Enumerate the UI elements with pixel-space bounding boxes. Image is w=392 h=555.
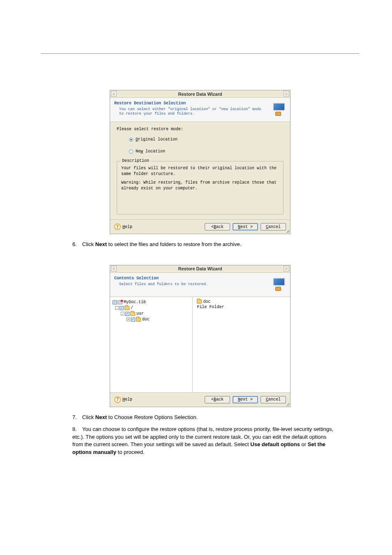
step-7-text: 7.Click Next to Choose Restore Options S…	[72, 414, 335, 421]
folder-icon	[197, 299, 202, 304]
banner-subtext: You can select either "original location…	[114, 107, 266, 117]
tree-label: usr	[136, 311, 144, 316]
detail-pane: doc File Folder	[193, 297, 290, 392]
cancel-button[interactable]: Cancel	[261, 223, 286, 230]
description-legend: Description	[120, 159, 151, 163]
tree-label: /	[131, 306, 133, 310]
wizard-banner: Restore Destination Selection You can se…	[110, 98, 290, 122]
radio-new-label: New location	[136, 149, 165, 154]
help-icon: ?	[114, 223, 121, 230]
detail-folder-name: doc	[203, 299, 210, 304]
radio-new-location[interactable]	[129, 150, 133, 154]
folder-icon	[125, 306, 129, 310]
checkbox-icon[interactable]: ✓	[125, 312, 129, 316]
wizard-restore-destination: v Restore Data Wizard x Restore Destinat…	[110, 90, 291, 234]
description-line1: Your files will be restored to their ori…	[121, 166, 279, 177]
help-icon: ?	[114, 396, 121, 403]
expand-icon[interactable]: +	[127, 318, 130, 321]
next-button[interactable]: Next >	[233, 396, 258, 403]
folder-icon	[136, 318, 141, 322]
collapse-icon[interactable]: -	[115, 306, 119, 310]
back-button[interactable]: < Back	[205, 396, 230, 403]
radio-original-label: Original location	[136, 137, 178, 142]
tree-item-usr[interactable]: - ✓ usr	[113, 311, 190, 317]
radio-original-location[interactable]	[129, 138, 133, 142]
resize-grip-icon[interactable]	[285, 402, 289, 406]
help-link[interactable]: ? Help	[114, 396, 132, 403]
banner-subtext: Select files and folders to be restored.	[114, 282, 266, 287]
resize-grip-icon[interactable]	[285, 229, 289, 233]
wizard-titlebar: v Restore Data Wizard x	[110, 90, 290, 98]
collapse-icon[interactable]: -	[121, 312, 125, 315]
description-fieldset: Description Your files will be restored …	[117, 161, 284, 214]
detail-folder-type: File Folder	[197, 305, 286, 309]
description-line2: Warning: While restoring, files from arc…	[121, 180, 279, 191]
tree-label: doc	[142, 317, 150, 322]
folder-icon	[130, 312, 135, 316]
tree-item-archive[interactable]: ✓ MyDoc.tib	[113, 299, 190, 305]
archive-icon	[118, 300, 122, 304]
cancel-button[interactable]: Cancel	[261, 396, 286, 403]
banner-graphic-icon	[270, 101, 286, 117]
banner-heading: Restore Destination Selection	[114, 101, 266, 106]
banner-graphic-icon	[270, 276, 286, 292]
wizard-title: Restore Data Wizard	[178, 266, 222, 271]
sysmenu-icon[interactable]: v	[111, 266, 117, 272]
tree-item-doc[interactable]: + ✓ doc	[113, 317, 190, 322]
wizard-titlebar: v Restore Data Wizard x	[110, 265, 290, 273]
restore-mode-label: Please select restore mode:	[117, 127, 284, 131]
wizard-banner: Contents Selection Select files and fold…	[110, 273, 290, 297]
help-link[interactable]: ? Help	[114, 223, 132, 230]
wizard-title: Restore Data Wizard	[178, 92, 222, 97]
next-button[interactable]: Next >	[233, 223, 258, 230]
close-icon[interactable]: x	[284, 266, 289, 272]
sysmenu-icon[interactable]: v	[111, 91, 117, 97]
checkbox-icon[interactable]: ✓	[113, 300, 117, 304]
tree-item-root[interactable]: - ✓ /	[113, 305, 190, 311]
step-8-text: 8.You can choose to configure the restor…	[72, 426, 335, 456]
tree-pane[interactable]: ✓ MyDoc.tib - ✓ / - ✓ usr	[110, 297, 193, 392]
tree-label: MyDoc.tib	[124, 300, 146, 304]
checkbox-icon[interactable]: ✓	[131, 318, 135, 322]
wizard-contents-selection: v Restore Data Wizard x Contents Selecti…	[110, 265, 291, 407]
close-icon[interactable]: x	[284, 91, 289, 97]
banner-heading: Contents Selection	[114, 276, 266, 281]
back-button[interactable]: < Back	[205, 223, 230, 230]
step-6-text: 6.Click Next to select the files and fol…	[72, 241, 335, 249]
checkbox-icon[interactable]: ✓	[120, 306, 124, 310]
